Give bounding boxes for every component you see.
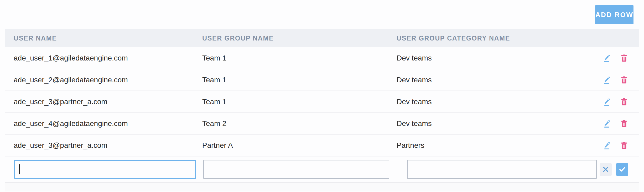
delete-row-button[interactable] [620, 141, 628, 150]
edit-row-button[interactable] [603, 75, 612, 84]
user-group-category-name-input-cell [397, 160, 597, 179]
table-row: ade_user_4@agiledataengine.com Team 2 De… [5, 113, 639, 135]
new-row-editor [5, 156, 639, 183]
user-group-name-cell: Team 1 [202, 76, 397, 84]
row-actions [597, 97, 639, 106]
user-group-name-input-cell [202, 160, 397, 179]
confirm-button[interactable] [616, 163, 628, 176]
user-name-cell: ade_user_3@partner_a.com [5, 98, 202, 106]
add-row-button[interactable]: ADD ROW [595, 5, 633, 24]
delete-row-button[interactable] [620, 54, 628, 62]
pencil-icon [603, 119, 612, 128]
user-group-name-input[interactable] [203, 160, 389, 179]
cancel-button[interactable] [600, 163, 612, 176]
user-group-category-name-cell: Dev teams [397, 98, 597, 106]
trash-icon [620, 54, 628, 62]
table-footer [5, 183, 639, 191]
user-group-category-name-cell: Partners [397, 141, 597, 150]
edit-row-button[interactable] [603, 119, 612, 128]
trash-icon [620, 119, 628, 128]
user-name-input-cell [5, 160, 202, 179]
user-name-input[interactable] [14, 160, 196, 179]
check-icon [619, 166, 626, 173]
column-header-user-group-name: USER GROUP NAME [202, 34, 397, 42]
pencil-icon [603, 54, 612, 63]
pencil-icon [603, 75, 612, 84]
table-header-row: USER NAME USER GROUP NAME USER GROUP CAT… [5, 29, 639, 47]
delete-row-button[interactable] [620, 76, 628, 84]
user-group-name-cell: Team 1 [202, 98, 397, 106]
table-row: ade_user_3@partner_a.com Partner A Partn… [5, 135, 639, 156]
user-group-category-name-cell: Dev teams [397, 76, 597, 84]
user-group-name-cell: Team 2 [202, 119, 397, 128]
column-header-user-name: USER NAME [5, 34, 202, 42]
user-groups-table: USER NAME USER GROUP NAME USER GROUP CAT… [5, 29, 639, 191]
table-row: ade_user_2@agiledataengine.com Team 1 De… [5, 69, 639, 91]
edit-row-button[interactable] [603, 54, 612, 63]
user-group-name-cell: Partner A [202, 141, 397, 150]
edit-row-button[interactable] [603, 97, 612, 106]
pencil-icon [603, 141, 612, 150]
table-row: ade_user_1@agiledataengine.com Team 1 De… [5, 47, 639, 69]
edit-row-actions [597, 163, 639, 176]
toolbar: ADD ROW [0, 0, 644, 29]
row-actions [597, 141, 639, 150]
user-name-cell: ade_user_2@agiledataengine.com [5, 76, 202, 84]
user-group-category-name-cell: Dev teams [397, 54, 597, 62]
delete-row-button[interactable] [620, 98, 628, 106]
user-name-cell: ade_user_1@agiledataengine.com [5, 54, 202, 62]
column-header-user-group-category-name: USER GROUP CATEGORY NAME [397, 34, 597, 42]
trash-icon [620, 98, 628, 106]
user-group-category-name-cell: Dev teams [397, 119, 597, 128]
user-name-cell: ade_user_3@partner_a.com [5, 141, 202, 150]
edit-row-button[interactable] [603, 141, 612, 150]
user-group-category-name-input[interactable] [407, 160, 597, 179]
table-row: ade_user_3@partner_a.com Team 1 Dev team… [5, 91, 639, 113]
pencil-icon [603, 97, 612, 106]
row-actions [597, 119, 639, 128]
x-icon [602, 166, 609, 173]
user-group-name-cell: Team 1 [202, 54, 397, 62]
user-name-cell: ade_user_4@agiledataengine.com [5, 119, 202, 128]
trash-icon [620, 141, 628, 150]
trash-icon [620, 76, 628, 84]
delete-row-button[interactable] [620, 119, 628, 128]
row-actions [597, 75, 639, 84]
row-actions [597, 54, 639, 63]
